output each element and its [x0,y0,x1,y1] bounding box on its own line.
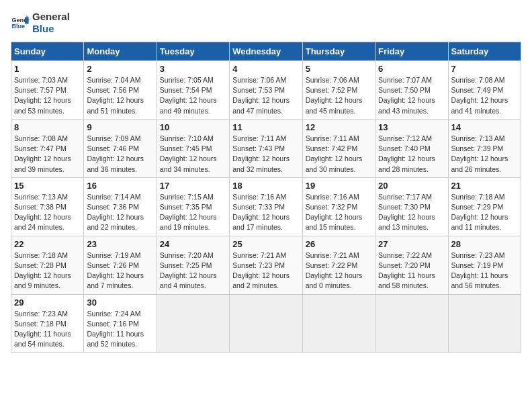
day-number: 3 [160,64,226,74]
svg-marker-2 [25,17,29,24]
calendar-week-2: 8Sunrise: 7:08 AMSunset: 7:47 PMDaylight… [11,119,521,177]
day-info: Sunrise: 7:12 AMSunset: 7:40 PMDaylight:… [378,134,445,175]
calendar-cell: 27Sunrise: 7:22 AMSunset: 7:20 PMDayligh… [375,236,448,294]
day-header-friday: Friday [375,42,448,61]
day-info: Sunrise: 7:11 AMSunset: 7:42 PMDaylight:… [306,134,372,175]
day-number: 4 [232,64,299,74]
calendar-cell: 3Sunrise: 7:05 AMSunset: 7:54 PMDaylight… [157,61,229,120]
day-header-tuesday: Tuesday [157,42,229,61]
day-info: Sunrise: 7:13 AMSunset: 7:38 PMDaylight:… [14,192,81,233]
day-info: Sunrise: 7:16 AMSunset: 7:32 PMDaylight:… [306,192,372,233]
day-info: Sunrise: 7:03 AMSunset: 7:57 PMDaylight:… [14,75,81,116]
day-header-sunday: Sunday [11,42,84,61]
calendar-cell [302,294,375,353]
day-info: Sunrise: 7:24 AMSunset: 7:16 PMDaylight:… [87,309,153,350]
day-info: Sunrise: 7:18 AMSunset: 7:29 PMDaylight:… [451,192,518,233]
calendar-cell: 19Sunrise: 7:16 AMSunset: 7:32 PMDayligh… [302,177,375,236]
day-info: Sunrise: 7:22 AMSunset: 7:20 PMDaylight:… [378,250,445,291]
day-number: 21 [451,181,518,191]
calendar-cell: 11Sunrise: 7:11 AMSunset: 7:43 PMDayligh… [230,119,302,177]
calendar-cell: 28Sunrise: 7:23 AMSunset: 7:19 PMDayligh… [448,236,521,294]
calendar-cell: 1Sunrise: 7:03 AMSunset: 7:57 PMDaylight… [11,61,84,120]
calendar-cell: 13Sunrise: 7:12 AMSunset: 7:40 PMDayligh… [375,119,448,177]
logo: General Blue General Blue [11,11,70,35]
calendar-cell: 22Sunrise: 7:18 AMSunset: 7:28 PMDayligh… [11,236,84,294]
calendar-cell: 25Sunrise: 7:21 AMSunset: 7:23 PMDayligh… [230,236,302,294]
calendar-cell: 2Sunrise: 7:04 AMSunset: 7:56 PMDaylight… [84,61,157,120]
day-number: 8 [14,122,81,132]
calendar-cell: 23Sunrise: 7:19 AMSunset: 7:26 PMDayligh… [84,236,157,294]
calendar-cell: 9Sunrise: 7:09 AMSunset: 7:46 PMDaylight… [84,119,157,177]
day-info: Sunrise: 7:11 AMSunset: 7:43 PMDaylight:… [232,134,299,175]
day-number: 9 [87,122,153,132]
calendar-week-1: 1Sunrise: 7:03 AMSunset: 7:57 PMDaylight… [11,61,521,120]
day-number: 7 [451,64,518,74]
day-info: Sunrise: 7:07 AMSunset: 7:50 PMDaylight:… [378,75,445,116]
calendar-cell: 26Sunrise: 7:21 AMSunset: 7:22 PMDayligh… [302,236,375,294]
day-info: Sunrise: 7:19 AMSunset: 7:26 PMDaylight:… [87,250,153,291]
calendar-cell: 17Sunrise: 7:15 AMSunset: 7:35 PMDayligh… [157,177,229,236]
calendar-cell: 20Sunrise: 7:17 AMSunset: 7:30 PMDayligh… [375,177,448,236]
day-number: 28 [451,239,518,249]
day-number: 16 [87,181,153,191]
calendar-cell [230,294,302,353]
calendar-cell: 15Sunrise: 7:13 AMSunset: 7:38 PMDayligh… [11,177,84,236]
day-info: Sunrise: 7:08 AMSunset: 7:47 PMDaylight:… [14,134,81,175]
day-number: 22 [14,239,81,249]
day-header-thursday: Thursday [302,42,375,61]
calendar-week-4: 22Sunrise: 7:18 AMSunset: 7:28 PMDayligh… [11,236,521,294]
day-info: Sunrise: 7:14 AMSunset: 7:36 PMDaylight:… [87,192,153,233]
day-info: Sunrise: 7:06 AMSunset: 7:52 PMDaylight:… [306,75,372,116]
calendar-cell: 21Sunrise: 7:18 AMSunset: 7:29 PMDayligh… [448,177,521,236]
calendar-cell: 16Sunrise: 7:14 AMSunset: 7:36 PMDayligh… [84,177,157,236]
calendar-cell [375,294,448,353]
day-info: Sunrise: 7:09 AMSunset: 7:46 PMDaylight:… [87,134,153,175]
day-info: Sunrise: 7:10 AMSunset: 7:45 PMDaylight:… [160,134,226,175]
day-info: Sunrise: 7:15 AMSunset: 7:35 PMDaylight:… [160,192,226,233]
calendar-cell: 8Sunrise: 7:08 AMSunset: 7:47 PMDaylight… [11,119,84,177]
day-info: Sunrise: 7:23 AMSunset: 7:18 PMDaylight:… [14,309,81,350]
day-number: 26 [306,239,372,249]
day-number: 24 [160,239,226,249]
calendar-cell: 30Sunrise: 7:24 AMSunset: 7:16 PMDayligh… [84,294,157,353]
day-info: Sunrise: 7:08 AMSunset: 7:49 PMDaylight:… [451,75,518,116]
day-info: Sunrise: 7:21 AMSunset: 7:23 PMDaylight:… [232,250,299,291]
calendar-cell: 29Sunrise: 7:23 AMSunset: 7:18 PMDayligh… [11,294,84,353]
day-number: 30 [87,298,153,308]
day-info: Sunrise: 7:21 AMSunset: 7:22 PMDaylight:… [306,250,372,291]
day-number: 27 [378,239,445,249]
logo-text: General Blue [32,11,70,35]
calendar-week-3: 15Sunrise: 7:13 AMSunset: 7:38 PMDayligh… [11,177,521,236]
day-info: Sunrise: 7:04 AMSunset: 7:56 PMDaylight:… [87,75,153,116]
calendar-cell [157,294,229,353]
calendar-cell: 6Sunrise: 7:07 AMSunset: 7:50 PMDaylight… [375,61,448,120]
day-info: Sunrise: 7:16 AMSunset: 7:33 PMDaylight:… [232,192,299,233]
header: General Blue General Blue [11,11,521,35]
calendar-cell: 14Sunrise: 7:13 AMSunset: 7:39 PMDayligh… [448,119,521,177]
day-number: 20 [378,181,445,191]
day-info: Sunrise: 7:20 AMSunset: 7:25 PMDaylight:… [160,250,226,291]
calendar-cell: 7Sunrise: 7:08 AMSunset: 7:49 PMDaylight… [448,61,521,120]
day-number: 29 [14,298,81,308]
day-info: Sunrise: 7:13 AMSunset: 7:39 PMDaylight:… [451,134,518,175]
day-number: 19 [306,181,372,191]
day-number: 1 [14,64,81,74]
day-info: Sunrise: 7:17 AMSunset: 7:30 PMDaylight:… [378,192,445,233]
day-info: Sunrise: 7:23 AMSunset: 7:19 PMDaylight:… [451,250,518,291]
calendar-cell: 5Sunrise: 7:06 AMSunset: 7:52 PMDaylight… [302,61,375,120]
day-number: 12 [306,122,372,132]
day-number: 23 [87,239,153,249]
calendar-cell: 10Sunrise: 7:10 AMSunset: 7:45 PMDayligh… [157,119,229,177]
calendar-week-5: 29Sunrise: 7:23 AMSunset: 7:18 PMDayligh… [11,294,521,353]
day-header-monday: Monday [84,42,157,61]
day-number: 17 [160,181,226,191]
day-number: 11 [232,122,299,132]
calendar-cell: 18Sunrise: 7:16 AMSunset: 7:33 PMDayligh… [230,177,302,236]
calendar-cell [448,294,521,353]
svg-text:Blue: Blue [11,23,25,30]
day-number: 13 [378,122,445,132]
day-number: 5 [306,64,372,74]
day-number: 2 [87,64,153,74]
day-info: Sunrise: 7:18 AMSunset: 7:28 PMDaylight:… [14,250,81,291]
day-header-saturday: Saturday [448,42,521,61]
